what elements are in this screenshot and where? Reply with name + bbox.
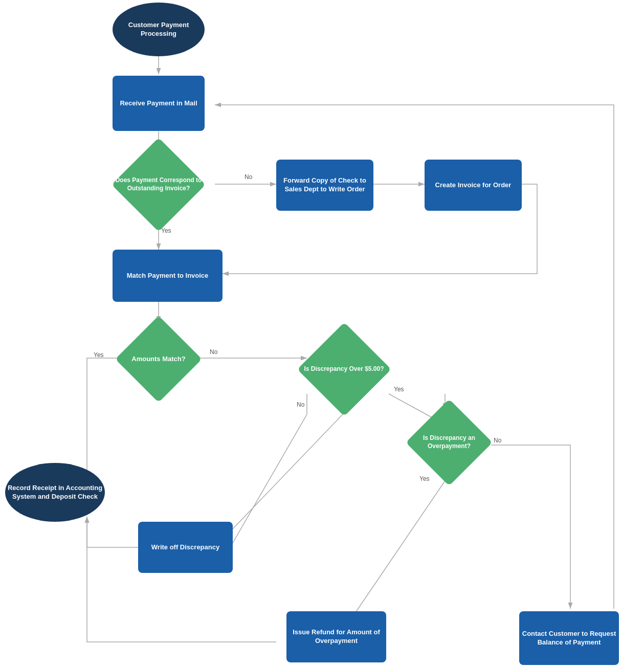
forward-copy-label: Forward Copy of Check to Sales Dept to W… <box>276 176 373 194</box>
receive-payment-node: Receive Payment in Mail <box>113 76 205 131</box>
discrepancy-overpayment-diamond: Is Discrepancy an Overpayment? <box>398 409 500 476</box>
forward-copy-node: Forward Copy of Check to Sales Dept to W… <box>276 160 373 211</box>
receive-payment-label: Receive Payment in Mail <box>120 99 197 108</box>
record-receipt-label: Record Receipt in Accounting System and … <box>5 484 105 501</box>
create-invoice-label: Create Invoice for Order <box>435 181 512 190</box>
contact-customer-label: Contact Customer to Request Balance of P… <box>519 630 619 647</box>
does-payment-label: Does Payment Correspond to Outstanding I… <box>95 176 223 192</box>
start-node: Customer Payment Processing <box>113 3 205 56</box>
does-payment-diamond: Does Payment Correspond to Outstanding I… <box>95 147 223 221</box>
label-no-1: No <box>245 173 253 181</box>
write-off-node: Write off Discrepancy <box>138 522 233 573</box>
issue-refund-node: Issue Refund for Amount of Overpayment <box>286 611 386 662</box>
match-payment-node: Match Payment to Invoice <box>113 250 223 302</box>
issue-refund-label: Issue Refund for Amount of Overpayment <box>286 628 386 646</box>
contact-customer-node: Contact Customer to Request Balance of P… <box>519 611 619 665</box>
match-payment-label: Match Payment to Invoice <box>127 272 209 280</box>
discrepancy-over-label: Is Discrepancy Over $5.00? <box>301 365 386 373</box>
label-yes-1: Yes <box>161 227 171 234</box>
amounts-match-label: Amounts Match? <box>131 355 185 364</box>
start-label: Customer Payment Processing <box>113 21 205 38</box>
discrepancy-overpayment-label: Is Discrepancy an Overpayment? <box>398 434 500 450</box>
label-yes-4: Yes <box>419 475 430 482</box>
discrepancy-over-diamond: Is Discrepancy Over $5.00? <box>279 331 409 407</box>
flowchart: No Yes No Yes Yes No Yes No Customer Pay… <box>0 0 644 666</box>
amounts-match-diamond: Amounts Match? <box>95 321 223 397</box>
record-receipt-node: Record Receipt in Accounting System and … <box>5 463 105 522</box>
write-off-label: Write off Discrepancy <box>151 543 219 552</box>
create-invoice-node: Create Invoice for Order <box>425 160 522 211</box>
